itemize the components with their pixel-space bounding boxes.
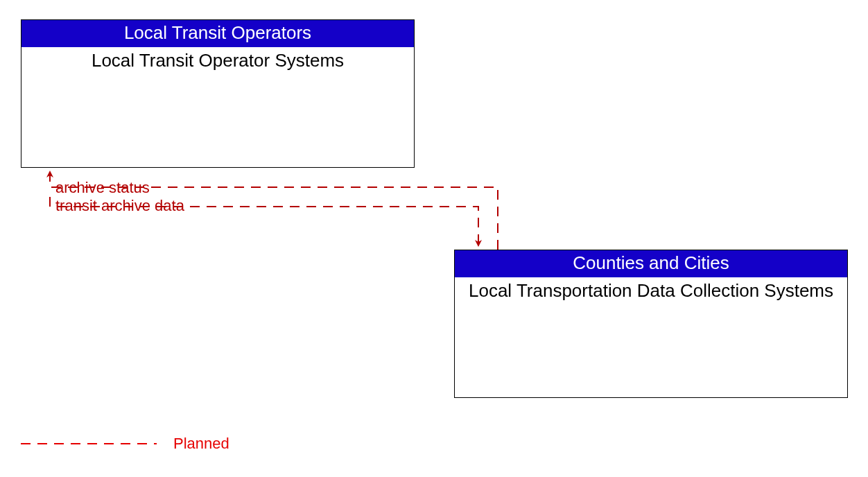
entity-box-counties-and-cities: Counties and Cities Local Transportation…: [454, 250, 848, 398]
entity-box-local-transit-operators: Local Transit Operators Local Transit Op…: [21, 19, 415, 168]
legend-label-planned: Planned: [173, 435, 229, 453]
flow-label-transit-archive-data: transit archive data: [55, 197, 184, 215]
entity-body-local-transportation-data-collection: Local Transportation Data Collection Sys…: [455, 277, 847, 304]
entity-header-local-transit-operators: Local Transit Operators: [21, 20, 414, 47]
entity-header-counties-and-cities: Counties and Cities: [455, 250, 847, 277]
flow-label-archive-status: archive status: [55, 179, 150, 197]
entity-body-local-transit-operator-systems: Local Transit Operator Systems: [21, 47, 414, 74]
